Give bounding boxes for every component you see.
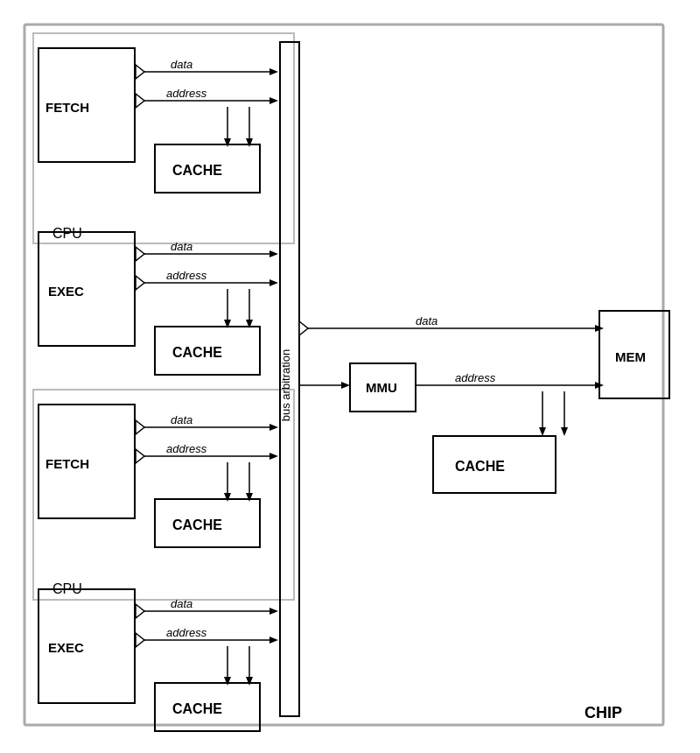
data4-label: data: [171, 597, 192, 610]
cache5-label: CACHE: [455, 459, 505, 474]
data1-label: data: [171, 58, 192, 71]
bus-arbitration-label: bus arbitration: [279, 349, 292, 421]
mem-label: MEM: [615, 349, 646, 364]
address1-label: address: [166, 87, 207, 100]
fetch1-label: FETCH: [46, 100, 89, 115]
data-mem-label: data: [416, 314, 438, 327]
mmu-label: MMU: [366, 380, 397, 395]
chip-label: CHIP: [584, 704, 622, 721]
data3-label: data: [171, 413, 192, 426]
address4-label: address: [166, 626, 207, 639]
address3-label: address: [166, 442, 207, 455]
exec2-label: EXEC: [48, 640, 84, 655]
data2-label: data: [171, 240, 192, 253]
diagram-container: CHIP CPU FETCH data address CACHE EXEC: [0, 0, 700, 753]
exec1-label: EXEC: [48, 284, 84, 299]
cache2-label: CACHE: [172, 345, 222, 360]
cpu1-label: CPU: [52, 226, 82, 241]
address2-label: address: [166, 269, 207, 282]
architecture-diagram: CHIP CPU FETCH data address CACHE EXEC: [0, 0, 700, 753]
address-mem-label: address: [455, 371, 496, 384]
cache4-label: CACHE: [172, 701, 222, 716]
fetch2-label: FETCH: [46, 456, 89, 471]
cache3-label: CACHE: [172, 517, 222, 532]
cache1-label: CACHE: [172, 163, 222, 178]
